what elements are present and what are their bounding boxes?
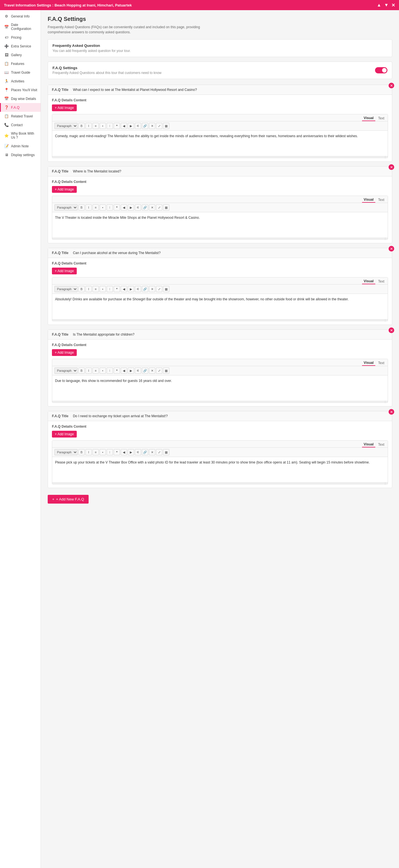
toolbar-btn-2[interactable]: ≡: [93, 205, 99, 211]
sidebar-item-pricing[interactable]: 🏷 Pricing: [0, 33, 41, 42]
toolbar-btn-3[interactable]: •: [100, 368, 106, 374]
toolbar-btn-10[interactable]: ✕: [149, 449, 155, 455]
add-image-btn-3[interactable]: + Add Image: [52, 268, 77, 274]
sidebar-item-day-wise-details[interactable]: 📅 Day wise Details: [0, 94, 41, 103]
toolbar-btn-7[interactable]: ▶: [128, 286, 134, 292]
toolbar-btn-7[interactable]: ▶: [128, 205, 134, 211]
toolbar-btn-11[interactable]: ⤢: [156, 449, 162, 455]
toolbar-btn-5[interactable]: ❝: [114, 205, 120, 211]
toolbar-btn-8[interactable]: ⚟: [135, 368, 141, 374]
editor-content-5[interactable]: Please pick up your tickets at the V The…: [52, 457, 388, 483]
toolbar-btn-12[interactable]: ▦: [163, 286, 169, 292]
toolbar-btn-9[interactable]: 🔗: [142, 286, 148, 292]
toolbar-btn-1[interactable]: I: [86, 449, 92, 455]
paragraph-select[interactable]: Paragraph: [55, 123, 77, 129]
toolbar-btn-1[interactable]: I: [86, 123, 92, 129]
faq-remove-btn-3[interactable]: ✕: [389, 246, 394, 251]
toolbar-btn-10[interactable]: ✕: [149, 123, 155, 129]
editor-resize-2[interactable]: ⋮: [52, 238, 388, 239]
text-tab-1[interactable]: Text: [376, 116, 386, 121]
sidebar-item-activities[interactable]: 🏃 Activities: [0, 77, 41, 86]
toolbar-btn-4[interactable]: ⁝: [107, 368, 113, 374]
toolbar-btn-3[interactable]: •: [100, 286, 106, 292]
toolbar-btn-10[interactable]: ✕: [149, 368, 155, 374]
paragraph-select[interactable]: Paragraph: [55, 205, 77, 211]
toolbar-btn-12[interactable]: ▦: [163, 123, 169, 129]
visual-tab-4[interactable]: Visual: [362, 360, 375, 366]
toolbar-btn-11[interactable]: ⤢: [156, 286, 162, 292]
toolbar-btn-0[interactable]: B: [78, 449, 85, 455]
add-image-btn-4[interactable]: + Add Image: [52, 349, 77, 356]
toolbar-btn-5[interactable]: ❝: [114, 286, 120, 292]
faq-title-input-2[interactable]: [73, 169, 388, 173]
maximize-icon[interactable]: ▼: [384, 3, 389, 8]
toolbar-btn-1[interactable]: I: [86, 368, 92, 374]
sidebar-item-admin-note[interactable]: 📝 Admin Note: [0, 142, 41, 151]
editor-resize-5[interactable]: ⋮: [52, 483, 388, 484]
toolbar-btn-8[interactable]: ⚟: [135, 286, 141, 292]
toolbar-btn-6[interactable]: ◀: [121, 286, 127, 292]
sidebar-item-why-book-with-us[interactable]: ⭐ Why Book With Us ?: [0, 129, 41, 142]
editor-content-3[interactable]: Absolutely! Drinks are available for pur…: [52, 294, 388, 319]
toolbar-btn-3[interactable]: •: [100, 449, 106, 455]
toolbar-btn-9[interactable]: 🔗: [142, 205, 148, 211]
add-new-faq-button[interactable]: + + Add New F.A.Q: [48, 495, 89, 503]
faq-remove-btn-2[interactable]: ✕: [389, 164, 394, 170]
toolbar-btn-10[interactable]: ✕: [149, 205, 155, 211]
toolbar-btn-8[interactable]: ⚟: [135, 123, 141, 129]
toolbar-btn-0[interactable]: B: [78, 123, 85, 129]
faq-remove-btn-5[interactable]: ✕: [389, 409, 394, 415]
text-tab-3[interactable]: Text: [376, 279, 386, 284]
sidebar-item-general-info[interactable]: ⚙ General Info: [0, 12, 41, 21]
add-image-btn-5[interactable]: + Add Image: [52, 431, 77, 437]
toolbar-btn-5[interactable]: ❝: [114, 368, 120, 374]
faq-settings-toggle[interactable]: [375, 67, 388, 73]
sidebar-item-related-travel[interactable]: 📋 Related Travel: [0, 112, 41, 121]
toolbar-btn-6[interactable]: ◀: [121, 449, 127, 455]
toolbar-btn-9[interactable]: 🔗: [142, 449, 148, 455]
sidebar-item-display-settings[interactable]: 🖥 Display settings: [0, 151, 41, 159]
toolbar-btn-9[interactable]: 🔗: [142, 368, 148, 374]
sidebar-item-travel-guide[interactable]: 📖 Travel Guide: [0, 68, 41, 77]
editor-resize-4[interactable]: ⋮: [52, 401, 388, 403]
close-icon[interactable]: ✕: [391, 3, 395, 8]
toolbar-btn-4[interactable]: ⁝: [107, 205, 113, 211]
sidebar-item-places-youll-visit[interactable]: 📍 Places You'll Visit: [0, 86, 41, 94]
sidebar-item-faq[interactable]: ❓ F.A.Q: [0, 103, 41, 112]
editor-content-2[interactable]: The V Theater is located inside the Mira…: [52, 212, 388, 238]
toolbar-btn-3[interactable]: •: [100, 123, 106, 129]
toolbar-btn-4[interactable]: ⁝: [107, 123, 113, 129]
editor-resize-1[interactable]: ⋮: [52, 156, 388, 158]
toolbar-btn-5[interactable]: ❝: [114, 123, 120, 129]
add-image-btn-1[interactable]: + Add Image: [52, 104, 77, 111]
sidebar-item-gallery[interactable]: 🖼 Gallery: [0, 51, 41, 59]
toolbar-btn-6[interactable]: ◀: [121, 123, 127, 129]
paragraph-select[interactable]: Paragraph: [55, 368, 77, 374]
paragraph-select[interactable]: Paragraph: [55, 449, 77, 455]
toolbar-btn-8[interactable]: ⚟: [135, 205, 141, 211]
toolbar-btn-2[interactable]: ≡: [93, 368, 99, 374]
toolbar-btn-8[interactable]: ⚟: [135, 449, 141, 455]
toolbar-btn-3[interactable]: •: [100, 205, 106, 211]
faq-title-input-1[interactable]: [73, 88, 388, 92]
toolbar-btn-1[interactable]: I: [86, 205, 92, 211]
toolbar-btn-4[interactable]: ⁝: [107, 449, 113, 455]
text-tab-5[interactable]: Text: [376, 442, 386, 447]
toolbar-btn-4[interactable]: ⁝: [107, 286, 113, 292]
toolbar-btn-0[interactable]: B: [78, 286, 85, 292]
toolbar-btn-5[interactable]: ❝: [114, 449, 120, 455]
toolbar-btn-2[interactable]: ≡: [93, 286, 99, 292]
visual-tab-1[interactable]: Visual: [362, 116, 375, 121]
toolbar-btn-11[interactable]: ⤢: [156, 368, 162, 374]
toolbar-btn-11[interactable]: ⤢: [156, 205, 162, 211]
toolbar-btn-12[interactable]: ▦: [163, 449, 169, 455]
faq-remove-btn-1[interactable]: ✕: [389, 83, 394, 88]
toolbar-btn-0[interactable]: B: [78, 205, 85, 211]
toolbar-btn-12[interactable]: ▦: [163, 205, 169, 211]
toolbar-btn-11[interactable]: ⤢: [156, 123, 162, 129]
sidebar-item-contact[interactable]: 📞 Contact: [0, 121, 41, 129]
sidebar-item-extra-service[interactable]: ➕ Extra Service: [0, 42, 41, 51]
faq-title-input-3[interactable]: [73, 251, 388, 255]
toolbar-btn-6[interactable]: ◀: [121, 205, 127, 211]
visual-tab-2[interactable]: Visual: [362, 197, 375, 203]
